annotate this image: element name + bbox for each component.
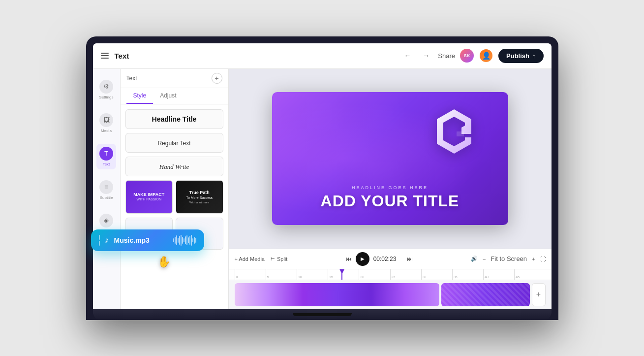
- header-right: ← → Share SK 👤 Publish ↑: [400, 48, 543, 63]
- wave-bar: [173, 238, 174, 242]
- wave-bar: [194, 237, 195, 244]
- settings-icon: ⚙: [99, 80, 113, 94]
- svg-marker-0: [437, 109, 471, 154]
- avatar-photo: 👤: [479, 48, 493, 63]
- regular-text-label: Regular Text: [157, 140, 190, 147]
- drag-handle[interactable]: [99, 235, 100, 246]
- wave-bar: [195, 238, 196, 243]
- split-button[interactable]: ⊢ Split: [271, 256, 287, 262]
- text-panel-header: Text +: [121, 69, 228, 88]
- wave-bar: [176, 235, 177, 245]
- timeline-track: +: [229, 280, 552, 309]
- playback-controls: ⏮ ▶ 00:02:23 ⏭: [346, 252, 413, 266]
- wave-bar: [179, 236, 180, 245]
- wave-bar: [175, 237, 176, 244]
- zoom-out-icon[interactable]: −: [483, 256, 486, 262]
- canvas-text-area: HEADLINE GOES HERE ADD YOUR TITLE: [321, 185, 460, 210]
- handwrite-text-button[interactable]: Hand Write: [125, 157, 223, 176]
- add-clip-button[interactable]: +: [532, 283, 546, 306]
- timeline-playhead: [341, 269, 342, 280]
- ruler-30: 30: [421, 269, 452, 280]
- music-note-icon: ♪: [105, 235, 109, 245]
- add-media-button[interactable]: + Add Media: [235, 256, 265, 262]
- skip-forward-button[interactable]: ⏭: [407, 256, 413, 262]
- canvas-area: HEADLINE GOES HERE ADD YOUR TITLE + Add …: [229, 69, 552, 309]
- canvas-viewport[interactable]: HEADLINE GOES HERE ADD YOUR TITLE: [229, 69, 552, 249]
- laptop-container: Text ← → Share SK 👤 Publish ↑: [86, 36, 558, 320]
- sidebar-item-media[interactable]: 🖼 Media: [96, 110, 116, 136]
- menu-icon[interactable]: [101, 53, 109, 59]
- timeline-ruler: 0 5 10 15 20 25 30 35 40 45: [229, 269, 552, 280]
- clip-gradient[interactable]: [235, 283, 439, 306]
- skip-back-button[interactable]: ⏮: [346, 256, 352, 262]
- true-path-line1: True Path: [186, 190, 213, 196]
- wave-bar: [181, 235, 182, 246]
- wave-bar: [192, 238, 193, 242]
- canvas-frame: HEADLINE GOES HERE ADD YOUR TITLE: [272, 92, 508, 225]
- tab-adjust[interactable]: Adjust: [153, 88, 183, 104]
- wave-bar: [184, 238, 184, 242]
- ruler-45: 45: [514, 269, 545, 280]
- fit-to-screen-label[interactable]: Fit to Screen: [491, 255, 527, 262]
- wave-bar: [186, 235, 187, 245]
- laptop-screen: Text ← → Share SK 👤 Publish ↑: [93, 43, 552, 309]
- ruler-marks: 0 5 10 15 20 25 30 35 40 45: [235, 269, 546, 280]
- app-header: Text ← → Share SK 👤 Publish ↑: [93, 43, 552, 69]
- ruler-35: 35: [452, 269, 483, 280]
- regular-text-button[interactable]: Regular Text: [125, 133, 223, 153]
- text-panel: Text + Style Adjust Headline Title: [121, 69, 229, 309]
- sidebar-item-text[interactable]: T Text: [96, 144, 116, 169]
- play-button[interactable]: ▶: [356, 252, 369, 266]
- settings-label: Settings: [99, 95, 114, 99]
- volume-icon[interactable]: 🔊: [471, 256, 478, 262]
- add-text-button[interactable]: +: [212, 73, 222, 84]
- page-title: Text: [115, 52, 129, 60]
- tab-style[interactable]: Style: [126, 88, 153, 104]
- wave-bar: [188, 237, 189, 243]
- true-path-template[interactable]: True Path To More Success With a lot mor…: [176, 180, 223, 214]
- redo-button[interactable]: →: [419, 49, 433, 63]
- publish-button[interactable]: Publish ↑: [498, 49, 543, 63]
- make-impact-template[interactable]: MAKE IMPACT With Passion: [125, 180, 173, 214]
- header-left: Text: [101, 52, 395, 60]
- playback-bar: + Add Media ⊢ Split ⏮ ▶ 00:02:23 ⏭: [229, 249, 552, 269]
- canvas-background: HEADLINE GOES HERE ADD YOUR TITLE: [272, 92, 508, 225]
- laptop-body: Text ← → Share SK 👤 Publish ↑: [86, 36, 558, 320]
- wave-bar: [178, 238, 179, 243]
- canvas-small-headline: HEADLINE GOES HERE: [321, 185, 460, 190]
- wave-bar: [182, 237, 183, 244]
- undo-button[interactable]: ←: [400, 49, 414, 63]
- laptop-base: [93, 309, 552, 320]
- clip-pattern[interactable]: [441, 283, 530, 306]
- share-button[interactable]: Share: [438, 52, 455, 60]
- music-filename: Music.mp3: [114, 236, 168, 244]
- text-label: Text: [103, 162, 110, 166]
- sidebar-icons: ⚙ Settings 🖼 Media T Text ≡ Subtitle: [93, 69, 121, 309]
- media-label: Media: [101, 129, 112, 133]
- ruler-0: 0: [235, 269, 266, 280]
- music-waveform: [173, 234, 196, 246]
- media-icon: 🖼: [99, 113, 113, 127]
- upload-icon: ↑: [532, 52, 536, 60]
- split-icon: ⊢: [271, 256, 275, 261]
- fullscreen-icon[interactable]: ⛶: [540, 256, 546, 262]
- sidebar-item-settings[interactable]: ⚙ Settings: [96, 77, 117, 102]
- music-card: ♪ Music.mp3: [91, 229, 204, 251]
- app-body: ⚙ Settings 🖼 Media T Text ≡ Subtitle: [93, 69, 552, 309]
- wave-bar: [189, 236, 190, 245]
- subtitle-icon: ≡: [99, 180, 113, 194]
- logo-g-svg: [429, 107, 479, 156]
- time-display: 00:02:23: [373, 256, 403, 262]
- cursor-hand: ✋: [157, 256, 171, 268]
- true-path-line3: With a lot more: [186, 200, 213, 204]
- headline-title-button[interactable]: Headline Title: [125, 109, 223, 129]
- text-templates: MAKE IMPACT With Passion True Path To Mo…: [125, 180, 223, 214]
- elements-icon: ◈: [99, 214, 113, 227]
- make-impact-line1: MAKE IMPACT: [133, 192, 164, 197]
- wave-bar: [191, 235, 192, 246]
- ruler-25: 25: [390, 269, 421, 280]
- sidebar-item-subtitle[interactable]: ≡ Subtitle: [96, 177, 116, 203]
- make-impact-line2: With Passion: [133, 197, 164, 201]
- panel-tabs: Style Adjust: [121, 88, 228, 104]
- zoom-in-icon[interactable]: +: [532, 256, 535, 262]
